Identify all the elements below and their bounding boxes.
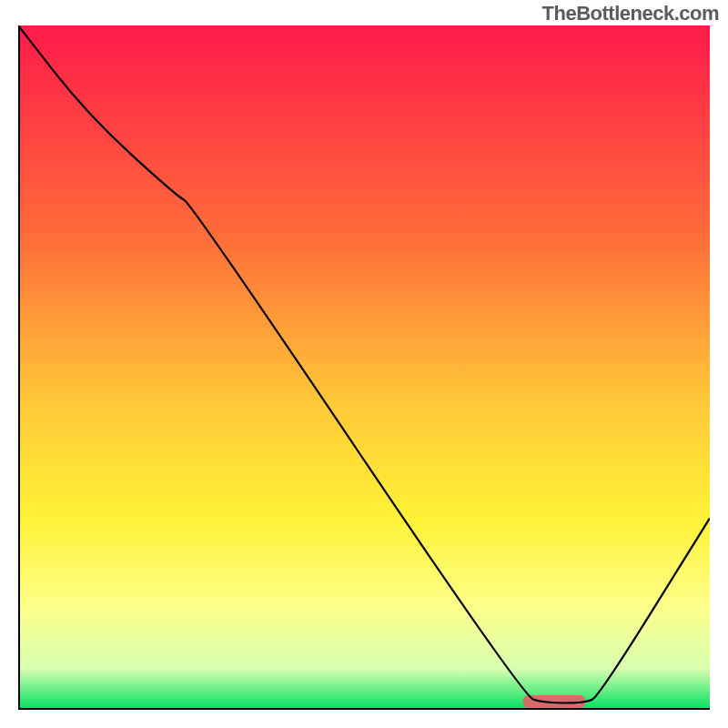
chart-container: TheBottleneck.com (0, 0, 728, 728)
optimal-range-marker (523, 695, 585, 708)
plot-area (18, 25, 710, 710)
chart-svg (18, 25, 710, 710)
gradient-background (18, 25, 710, 710)
attribution-text: TheBottleneck.com (542, 2, 719, 25)
